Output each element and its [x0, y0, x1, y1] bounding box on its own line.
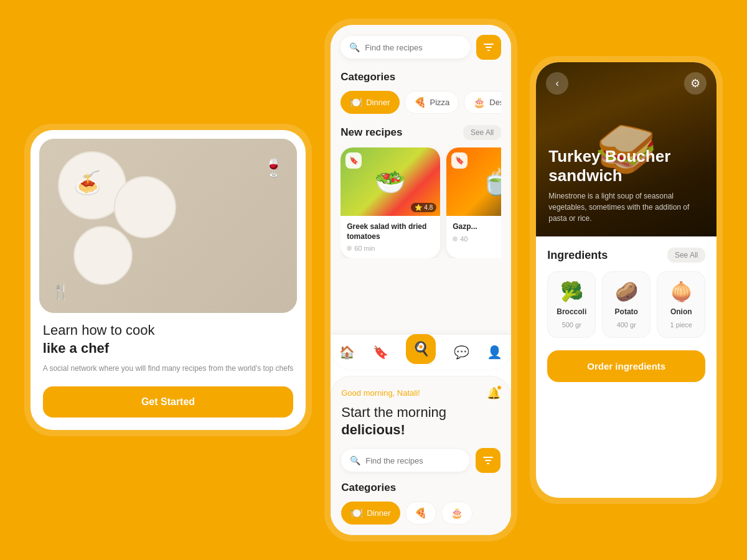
phone-main-inner: 🔍 Categories 🍽️ Di: [331, 25, 511, 535]
phone-detail-inner: 🥪 ‹ ⚙ Turkey Boucher sandwich Minestrone…: [536, 62, 716, 498]
dinner-label: Dinner: [366, 98, 390, 107]
bottom-dinner-label: Dinner: [367, 508, 390, 518]
phone-onboarding: 🍝 🍷 🍴 Learn how to cook like a chef A so…: [24, 124, 312, 436]
dessert-emoji: 🎂: [473, 96, 486, 108]
category-pizza[interactable]: 🍕 Pizza: [405, 91, 459, 114]
wine-glass: 🍷: [263, 157, 284, 178]
search-box-top[interactable]: 🔍: [341, 36, 470, 58]
recipe-hero-title: Turkey Boucher sandwich: [548, 147, 704, 185]
onion-name: Onion: [670, 307, 692, 316]
sub-text: A social network where you will find man…: [43, 363, 293, 374]
bookmark-icon-salad[interactable]: 🔖: [345, 152, 362, 169]
gazp-card-image: 🔖 🍵: [446, 147, 501, 216]
recipe-hero-desc: Minestrone is a light soup of seasonal v…: [548, 190, 704, 224]
phones-container: 🍝 🍷 🍴 Learn how to cook like a chef A so…: [24, 19, 723, 541]
bottom-dessert-emoji: 🎂: [451, 507, 463, 519]
category-dessert[interactable]: 🎂 Desser: [464, 91, 501, 114]
salad-rating: 4.8: [424, 204, 433, 211]
filter-button-bottom[interactable]: [476, 448, 500, 473]
nav-profile[interactable]: 👤: [487, 345, 502, 360]
categories-title: Categories: [341, 71, 501, 83]
svg-rect-3: [483, 457, 493, 458]
morning-line2: delicious!: [341, 422, 405, 437]
broccoli-qty: 500 gr: [562, 321, 581, 329]
gazp-card-info: Gazp... 40: [446, 216, 501, 249]
recipe-card-salad[interactable]: 🔖 🥗 ⭐ 4.8 Greek salad with dried tomatoe…: [341, 147, 440, 258]
svg-rect-4: [485, 460, 491, 461]
search-icon-top: 🔍: [349, 42, 360, 52]
tagline-line1: Learn how to cook: [43, 322, 155, 338]
tagline: Learn how to cook like a chef: [43, 322, 293, 357]
cat-bottom-pizza[interactable]: 🍕: [405, 502, 436, 525]
screen-morning-greeting: Good morning, Natali! 🔔 Start the mornin…: [331, 376, 511, 535]
recipe-card-gazp[interactable]: 🔖 🍵 Gazp... 40: [446, 147, 501, 258]
ingredient-broccoli: 🥦 Broccoli 500 gr: [547, 271, 596, 338]
potato-emoji: 🥔: [615, 281, 638, 302]
notification-icon[interactable]: 🔔: [487, 386, 500, 400]
ingredients-cards: 🥦 Broccoli 500 gr 🥔 Potato 400 gr 🧅 Onio…: [547, 271, 705, 338]
salad-card-image: 🔖 🥗 ⭐ 4.8: [341, 147, 440, 216]
filter-button-top[interactable]: [476, 35, 501, 60]
screen-recipe-browser: 🔍 Categories 🍽️ Di: [331, 25, 511, 335]
bottom-pizza-emoji: 🍕: [415, 507, 427, 519]
category-dinner[interactable]: 🍽️ Dinner: [341, 91, 399, 114]
tagline-bold: like a chef: [43, 340, 109, 356]
recipe-cards-row: 🔖 🥗 ⭐ 4.8 Greek salad with dried tomatoe…: [341, 147, 501, 258]
dessert-label: Desser: [489, 98, 501, 107]
recipe-hero-image: 🥪 ‹ ⚙ Turkey Boucher sandwich Minestrone…: [536, 62, 716, 236]
bottom-dinner-emoji: 🍽️: [350, 507, 363, 519]
svg-rect-2: [487, 50, 490, 51]
phone-onboarding-inner: 🍝 🍷 🍴 Learn how to cook like a chef A so…: [31, 130, 306, 429]
get-started-button[interactable]: Get Started: [43, 386, 293, 418]
pasta-visual: 🍝 🍷 🍴: [39, 139, 297, 313]
nav-chat[interactable]: 💬: [454, 345, 469, 360]
new-recipes-header: New recipes See All: [341, 125, 501, 140]
potato-name: Potato: [615, 307, 638, 316]
onion-emoji: 🧅: [670, 281, 693, 302]
nav-bookmark[interactable]: 🔖: [373, 345, 388, 360]
onboard-text: Learn how to cook like a chef A social n…: [31, 322, 306, 429]
detail-body: Ingredients See All 🥦 Broccoli 500 gr 🥔 …: [536, 236, 716, 382]
settings-button[interactable]: ⚙: [684, 72, 707, 95]
gazp-time-label: 40: [460, 235, 467, 243]
greeting-text: Good morning, Natali!: [341, 388, 420, 398]
cat-bottom-dinner[interactable]: 🍽️ Dinner: [341, 502, 400, 525]
search-row-top: 🔍: [341, 35, 501, 60]
time-dot-salad: [347, 246, 352, 251]
cat-bottom-dessert[interactable]: 🎂: [441, 502, 472, 525]
nav-home[interactable]: 🏠: [339, 345, 355, 360]
search-input-top[interactable]: [365, 43, 461, 52]
see-all-button[interactable]: See All: [463, 125, 501, 140]
time-dot-gazp: [453, 236, 458, 241]
categories-bottom-row: 🍽️ Dinner 🍕 🎂: [341, 502, 500, 525]
ingredient-potato: 🥔 Potato 400 gr: [602, 271, 651, 338]
nav-add-button[interactable]: 🍳: [406, 334, 436, 364]
pasta-emoji: 🍝: [73, 170, 101, 196]
salad-name: Greek salad with dried tomatoes: [347, 222, 434, 241]
back-button[interactable]: ‹: [546, 72, 568, 95]
svg-rect-1: [486, 47, 492, 48]
ingredients-see-all[interactable]: See All: [667, 248, 705, 263]
notification-dot: [497, 385, 502, 390]
salad-time: 60 min: [347, 245, 434, 252]
gazp-time: 40: [453, 235, 501, 243]
order-ingredients-button[interactable]: Order ingredients: [547, 350, 705, 382]
potato-qty: 400 gr: [617, 321, 636, 329]
svg-rect-5: [487, 463, 489, 464]
categories-bottom-title: Categories: [341, 482, 500, 494]
search-input-bottom[interactable]: [365, 456, 461, 465]
fork-icon: 🍴: [52, 283, 70, 301]
phone-main-app: 🔍 Categories 🍽️ Di: [324, 19, 517, 541]
food-hero-image: 🍝 🍷 🍴: [39, 139, 297, 313]
salad-card-info: Greek salad with dried tomatoes 60 min: [341, 216, 440, 258]
broccoli-name: Broccoli: [557, 307, 586, 316]
pizza-label: Pizza: [430, 98, 450, 107]
pizza-emoji: 🍕: [414, 96, 426, 108]
morning-line1: Start the morning: [341, 404, 446, 420]
bookmark-icon-gazp[interactable]: 🔖: [451, 152, 467, 169]
gazp-name: Gazp...: [453, 222, 501, 232]
back-icon: ‹: [556, 78, 559, 89]
search-icon-bottom: 🔍: [350, 455, 360, 465]
search-box-bottom[interactable]: 🔍: [341, 449, 469, 472]
plate-3: [73, 226, 133, 285]
